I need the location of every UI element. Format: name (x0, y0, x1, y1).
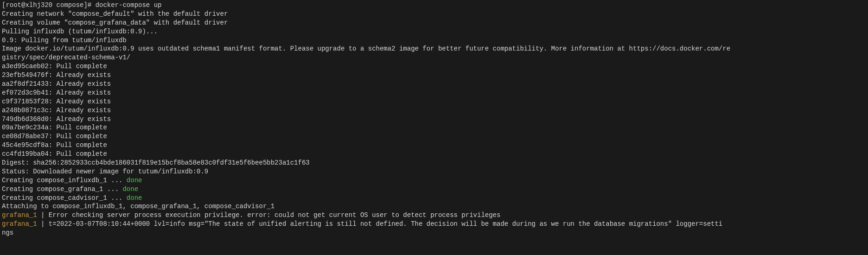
layer-line: a3ed95caeb02: Pull complete (2, 62, 866, 71)
done-label: done (122, 185, 138, 193)
log-line: grafana_1 | Error checking server proces… (2, 211, 866, 220)
separator: | (41, 220, 49, 228)
layer-line: 23efb549476f: Already exists (2, 71, 866, 80)
output-line: Attaching to compose_influxdb_1, compose… (2, 202, 866, 211)
prompt-line: [root@xlhj320 compose]# docker-compose u… (2, 1, 866, 10)
output-line: Image docker.io/tutum/influxdb:0.9 uses … (2, 45, 866, 53)
command-text: docker-compose up (96, 1, 162, 9)
layer-line: 749db6d368d0: Already exists (2, 115, 866, 124)
layer-list: a3ed95caeb02: Pull complete23efb549476f:… (2, 62, 866, 159)
terminal-output[interactable]: [root@xlhj320 compose]# docker-compose u… (2, 1, 866, 237)
output-line: Status: Downloaded newer image for tutum… (2, 167, 866, 176)
prompt-user-host: [root@xlhj320 compose]# (2, 1, 91, 9)
layer-line: c9f371853f28: Already exists (2, 97, 866, 106)
output-line: Digest: sha256:2852933ccb4bde186031f819e… (2, 159, 866, 167)
output-line: Creating volume "compose_grafana_data" w… (2, 19, 866, 27)
service-name: grafana_1 (2, 211, 41, 219)
create-text: Creating compose_influxdb_1 ... (2, 177, 127, 184)
log-message: Error checking server process execution … (49, 211, 501, 219)
create-text: Creating compose_grafana_1 ... (2, 185, 122, 193)
done-label: done (127, 177, 142, 184)
log-list: grafana_1 | Error checking server proces… (2, 211, 866, 229)
layer-line: 45c4e95cdf8a: Pull complete (2, 141, 866, 150)
output-line: Pulling influxdb (tutum/influxdb:0.9)... (2, 27, 866, 36)
create-line: Creating compose_influxdb_1 ... done (2, 176, 866, 185)
service-name: grafana_1 (2, 220, 41, 228)
output-line: Creating network "compose_default" with … (2, 10, 866, 19)
create-line: Creating compose_grafana_1 ... done (2, 185, 866, 194)
output-line: 0.9: Pulling from tutum/influxdb (2, 36, 866, 45)
layer-line: cc4fd199ba04: Pull complete (2, 150, 866, 159)
create-list: Creating compose_influxdb_1 ... doneCrea… (2, 176, 866, 203)
log-line: grafana_1 | t=2022-03-07T08:10:44+0000 l… (2, 220, 866, 229)
layer-line: 09a7be9c234a: Pull complete (2, 123, 866, 132)
done-label: done (127, 194, 142, 202)
output-line: gistry/spec/deprecated-schema-v1/ (2, 53, 866, 62)
separator: | (41, 211, 49, 219)
layer-line: ce08d78abe37: Pull complete (2, 132, 866, 141)
output-line: ngs (2, 229, 866, 237)
layer-line: a248b0871c3c: Already exists (2, 106, 866, 115)
layer-line: ef072d3c9b41: Already exists (2, 89, 866, 97)
create-line: Creating compose_cadvisor_1 ... done (2, 194, 866, 203)
create-text: Creating compose_cadvisor_1 ... (2, 194, 127, 202)
log-message: t=2022-03-07T08:10:44+0000 lvl=info msg=… (49, 220, 722, 228)
layer-line: aa2f8df21433: Already exists (2, 80, 866, 89)
